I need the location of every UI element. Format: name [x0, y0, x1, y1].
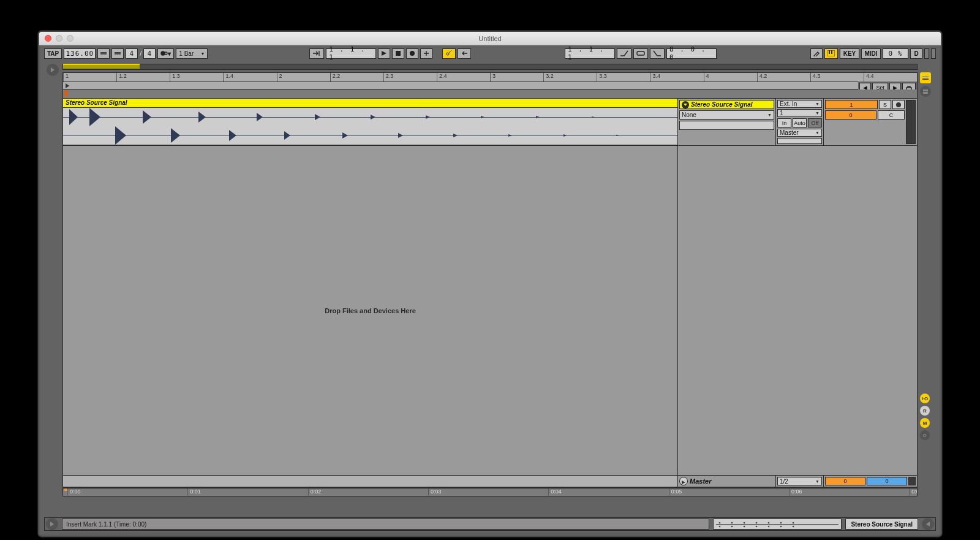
detail-view-toggle-right[interactable] — [922, 518, 934, 530]
time-tick: 0:03 — [428, 489, 442, 496]
timesig-den[interactable]: 4 — [143, 48, 156, 59]
ruler-tick: 1.4 — [223, 73, 233, 82]
overdub-button[interactable] — [420, 48, 432, 59]
overview-view-region[interactable] — [63, 64, 140, 65]
io-section-toggle[interactable]: I·O — [920, 394, 930, 403]
track-title[interactable]: Stereo Source Signal — [679, 100, 774, 109]
svg-point-15 — [719, 522, 721, 524]
clip-waveform[interactable] — [63, 108, 677, 145]
automation-chooser[interactable] — [679, 121, 774, 130]
time-ruler[interactable]: 0:000:010:020:030:040:050:060:07 — [62, 488, 918, 496]
beat-time-ruler[interactable]: 11.21.31.422.22.32.433.23.33.444.24.34.4… — [62, 72, 918, 82]
svg-point-20 — [780, 522, 782, 524]
master-output-chooser[interactable]: 1/2 — [777, 477, 822, 485]
mixer-section-toggle[interactable]: M — [920, 418, 930, 428]
input-channel-chooser[interactable]: 1 — [777, 109, 822, 117]
svg-rect-12 — [923, 92, 928, 94]
detail-view-toggle-left[interactable] — [46, 518, 58, 530]
status-bar: Insert Mark 1.1.1 (Time: 0:00) Stereo So… — [44, 517, 936, 531]
track-fold-button[interactable] — [682, 101, 689, 108]
loop-length[interactable]: 8 . 0 . 0 — [666, 48, 717, 59]
master-name[interactable]: Master — [690, 477, 711, 485]
draw-mode-button[interactable] — [810, 48, 823, 59]
monitor-in-button[interactable]: In — [777, 118, 791, 127]
overview-clip-region — [63, 65, 140, 69]
overload-indicator[interactable]: D — [910, 48, 922, 59]
control-bar: TAP 136.00 4 / 4 ▾ 1 Bar▼ 1 . 1 . 1 1 . … — [40, 45, 940, 61]
monitor-auto-button[interactable]: Auto — [793, 118, 807, 127]
input-type-chooser[interactable]: Ext. In — [777, 100, 822, 108]
svg-point-25 — [756, 526, 758, 528]
ruler-tick: 2.2 — [330, 73, 341, 82]
ruler-tick: 3.2 — [543, 73, 554, 82]
titlebar[interactable]: Untitled — [39, 32, 941, 45]
nudge-up-button[interactable] — [111, 48, 124, 59]
track-pan[interactable]: C — [878, 110, 905, 120]
track-mixer-area: Stereo Source Signal None Ext. In 1 In — [678, 99, 917, 487]
scrub-area[interactable]: ◀ Set ▶ — [62, 82, 918, 89]
output-chooser[interactable]: Master — [777, 129, 822, 137]
timeline-area[interactable]: Stereo Source Signal — [63, 99, 678, 487]
clip-header[interactable]: Stereo Source Signal — [63, 99, 677, 108]
browser-toggle-button[interactable] — [47, 64, 59, 76]
track-meter — [906, 100, 916, 144]
device-chooser[interactable]: None — [679, 110, 774, 120]
timesig-num[interactable]: 4 — [126, 48, 138, 59]
svg-rect-6 — [637, 51, 644, 55]
play-button[interactable] — [378, 48, 390, 59]
ruler-tick: 4.2 — [757, 73, 767, 82]
app-window: Untitled TAP 136.00 4 / 4 ▾ 1 Bar▼ 1 . 1… — [38, 31, 942, 537]
track-activator-button[interactable]: 1 — [825, 100, 878, 109]
selected-device-name[interactable]: Stereo Source Signal — [845, 519, 918, 530]
arrangement-overview[interactable] — [62, 64, 918, 70]
stop-button[interactable] — [392, 48, 404, 59]
return-tracks-toggle[interactable]: R — [920, 406, 930, 416]
punch-in-button[interactable] — [617, 48, 631, 59]
loop-start-marker[interactable] — [64, 90, 68, 96]
svg-point-19 — [768, 522, 770, 524]
ruler-tick: 3.4 — [650, 73, 660, 82]
loop-brace-lane[interactable] — [62, 89, 918, 99]
punch-out-button[interactable] — [650, 48, 665, 59]
reenable-automation-button[interactable] — [458, 48, 471, 59]
cue-volume[interactable]: 0 — [867, 477, 907, 485]
status-info: Insert Mark 1.1.1 (Time: 0:00) — [62, 519, 709, 530]
nudge-down-button[interactable] — [97, 48, 110, 59]
tempo-field[interactable]: 136.00 — [64, 48, 96, 59]
track-volume[interactable]: 0 — [825, 110, 876, 120]
session-arrangement-toggle[interactable] — [920, 72, 931, 83]
ruler-tick: 2.3 — [383, 73, 394, 82]
delay-section-toggle[interactable]: D — [920, 430, 930, 440]
svg-point-16 — [731, 522, 733, 524]
device-view-toggle[interactable] — [920, 86, 931, 97]
master-timeline[interactable] — [63, 476, 678, 487]
output-channel-chooser[interactable] — [777, 138, 822, 144]
follow-button[interactable] — [309, 48, 324, 59]
solo-button[interactable]: S — [879, 100, 891, 109]
svg-point-4 — [410, 51, 415, 56]
ruler-tick: 1.2 — [116, 73, 127, 82]
metronome-button[interactable]: ▾ — [157, 48, 174, 59]
tap-tempo-button[interactable]: TAP — [44, 48, 62, 59]
key-map-button[interactable]: KEY — [840, 48, 859, 59]
groove-amount-slider[interactable] — [713, 519, 842, 530]
master-fold-button[interactable] — [679, 477, 688, 485]
svg-point-1 — [165, 52, 167, 55]
loop-start[interactable]: 1 . 1 . 1 — [565, 48, 615, 59]
midi-map-button[interactable]: MIDI — [861, 48, 881, 59]
quantize-menu[interactable]: 1 Bar▼ — [176, 48, 208, 59]
automation-arm-button[interactable] — [442, 48, 456, 59]
svg-marker-14 — [50, 522, 54, 527]
song-position[interactable]: 1 . 1 . 1 — [326, 48, 376, 59]
drop-area[interactable]: Drop Files and Devices Here — [63, 146, 677, 475]
record-button[interactable] — [406, 48, 418, 59]
master-volume[interactable]: 0 — [825, 477, 865, 485]
loop-button[interactable] — [633, 48, 648, 59]
monitor-off-button[interactable]: Off — [808, 118, 822, 127]
svg-point-24 — [744, 526, 745, 528]
ruler-tick: 4 — [704, 73, 709, 82]
computer-midi-keyboard-button[interactable] — [824, 48, 838, 59]
arm-button[interactable] — [892, 100, 905, 109]
master-meter — [908, 477, 916, 485]
track-lane[interactable]: Stereo Source Signal — [63, 99, 677, 146]
